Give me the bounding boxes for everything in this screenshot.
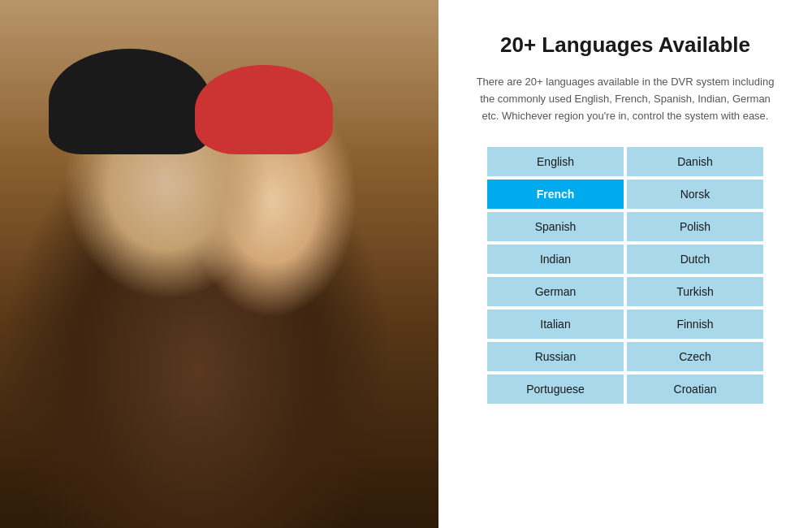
language-italian[interactable]: Italian — [487, 309, 624, 339]
language-croatian[interactable]: Croatian — [627, 374, 763, 404]
languages-grid: EnglishDanishFrenchNorskSpanishPolishInd… — [487, 147, 763, 404]
language-dutch[interactable]: Dutch — [627, 245, 763, 274]
page-description: There are 20+ languages available in the… — [471, 74, 780, 124]
background-photo — [0, 0, 438, 528]
language-turkish[interactable]: Turkish — [627, 277, 763, 306]
language-polish[interactable]: Polish — [627, 212, 763, 241]
language-finnish[interactable]: Finnish — [627, 309, 763, 339]
right-panel: 20+ Languages Available There are 20+ la… — [438, 0, 812, 528]
language-german[interactable]: German — [487, 277, 624, 306]
page-title: 20+ Languages Available — [500, 32, 750, 58]
couple-image — [0, 0, 438, 528]
language-french[interactable]: French — [487, 180, 624, 209]
language-czech[interactable]: Czech — [627, 342, 763, 371]
language-danish[interactable]: Danish — [627, 147, 763, 176]
language-indian[interactable]: Indian — [487, 245, 624, 274]
language-english[interactable]: English — [487, 147, 624, 176]
language-portuguese[interactable]: Portuguese — [487, 374, 624, 404]
language-spanish[interactable]: Spanish — [487, 212, 624, 241]
language-russian[interactable]: Russian — [487, 342, 624, 371]
language-norsk[interactable]: Norsk — [627, 180, 763, 209]
